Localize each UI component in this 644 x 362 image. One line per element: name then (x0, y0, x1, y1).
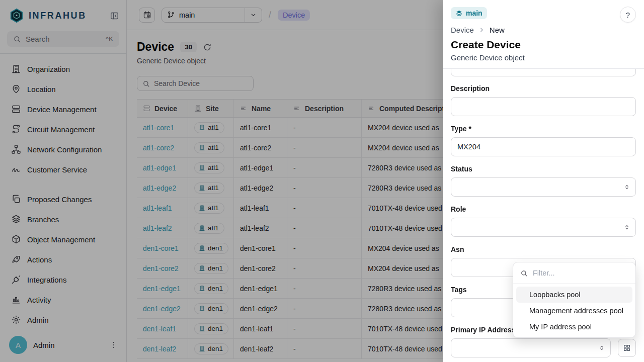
pool-option-loopbacks-pool[interactable]: Loopbacks pool (516, 287, 632, 303)
unfold-chevrons-icon (623, 184, 630, 191)
field-label: Role (451, 205, 636, 214)
field-group-type: Type * MX204 (451, 125, 636, 156)
pool-option-my-ip-address-pool[interactable]: My IP address pool (516, 319, 632, 335)
field-group-role: Role (451, 205, 636, 237)
search-icon (520, 269, 528, 277)
branch-badge-label: main (466, 9, 482, 17)
field-label: Asn (451, 245, 636, 254)
field-group-description: Description (451, 84, 636, 116)
primary-ip-select[interactable] (451, 338, 611, 357)
partial-field[interactable] (451, 69, 636, 76)
pool-option-management-addresses-pool[interactable]: Management addresses pool (516, 303, 632, 319)
drawer-breadcrumb: Device New (451, 26, 636, 34)
branch-badge[interactable]: main (451, 7, 487, 19)
drawer-subtitle: Generic Device object (451, 53, 636, 62)
status-select[interactable] (451, 177, 636, 197)
drawer-title: Create Device (451, 39, 636, 51)
popup-filter-input[interactable] (533, 269, 628, 277)
role-select[interactable] (451, 218, 636, 237)
pool-select-popup: Loopbacks poolManagement addresses poolM… (513, 262, 636, 338)
field-label: Status (451, 165, 636, 173)
field-label: Type * (451, 125, 636, 133)
unfold-chevrons-icon (623, 224, 630, 231)
type-input[interactable]: MX204 (451, 137, 636, 156)
pool-picker-grid-icon[interactable] (618, 339, 636, 357)
layers-icon (455, 10, 463, 17)
breadcrumb-parent[interactable]: Device (451, 26, 474, 34)
field-group-status: Status (451, 165, 636, 197)
breadcrumb-current: New (490, 26, 505, 34)
help-button[interactable]: ? (620, 7, 636, 23)
description-input[interactable] (451, 97, 636, 116)
unfold-chevrons-icon (598, 344, 605, 351)
field-label: Description (451, 84, 636, 93)
popup-options: Loopbacks poolManagement addresses poolM… (513, 284, 635, 337)
popup-filter-row (513, 262, 635, 284)
drawer-header: main ? Device New Create Device Generic … (443, 0, 644, 69)
chevron-right-icon (478, 27, 485, 33)
